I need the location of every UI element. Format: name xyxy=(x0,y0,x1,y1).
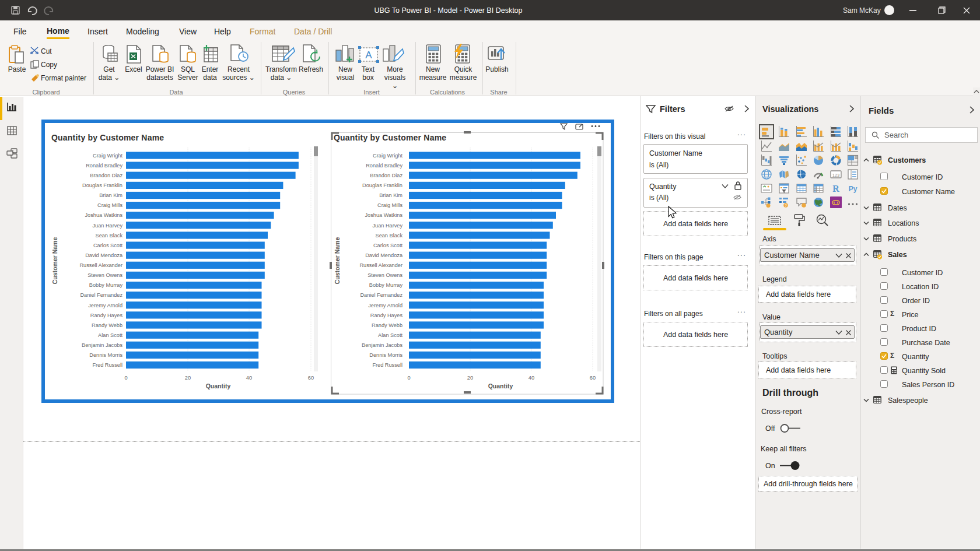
svg-text:David Mendoza: David Mendoza xyxy=(85,252,123,258)
svg-text:Steven Owens: Steven Owens xyxy=(88,272,123,278)
svg-text:Daniel Fernandez: Daniel Fernandez xyxy=(80,292,123,298)
svg-text:Bobby Murray: Bobby Murray xyxy=(369,282,403,288)
svg-text:Fred Russell: Fred Russell xyxy=(92,362,123,368)
svg-text:Craig Mills: Craig Mills xyxy=(377,202,402,208)
svg-text:Sean Black: Sean Black xyxy=(376,233,403,238)
svg-text:Brandon Diaz: Brandon Diaz xyxy=(370,173,402,178)
svg-text:Customer Name: Customer Name xyxy=(334,237,341,285)
svg-text:Customer Name: Customer Name xyxy=(51,237,58,285)
svg-text:60: 60 xyxy=(308,375,314,381)
svg-text:Benjamin Jacobs: Benjamin Jacobs xyxy=(82,342,123,348)
svg-text:60: 60 xyxy=(590,375,596,381)
svg-text:Benjamin Jacobs: Benjamin Jacobs xyxy=(362,342,402,348)
svg-text:Brian Kim: Brian Kim xyxy=(99,192,123,198)
svg-text:Douglas Franklin: Douglas Franklin xyxy=(362,183,402,188)
svg-text:Bobby Murray: Bobby Murray xyxy=(89,282,123,288)
svg-text:Dennis Morris: Dennis Morris xyxy=(89,352,123,358)
svg-text:R: R xyxy=(832,184,839,194)
svg-text:40: 40 xyxy=(246,375,252,381)
svg-text:Juan Harvey: Juan Harvey xyxy=(92,223,123,229)
svg-text:Randy Webb: Randy Webb xyxy=(372,322,402,328)
svg-text:Alan Scott: Alan Scott xyxy=(98,332,123,338)
svg-text:0: 0 xyxy=(124,375,127,381)
svg-text:Joshua Watkins: Joshua Watkins xyxy=(365,212,402,218)
svg-text:20: 20 xyxy=(467,375,473,381)
svg-text:Randy Webb: Randy Webb xyxy=(92,322,123,328)
svg-text:Sean Black: Sean Black xyxy=(96,233,123,238)
svg-text:Craig Mills: Craig Mills xyxy=(97,202,123,208)
svg-text:Craig Wright: Craig Wright xyxy=(93,153,123,159)
svg-text:0: 0 xyxy=(407,375,410,381)
svg-text:Brian Kim: Brian Kim xyxy=(379,192,402,198)
svg-text:40: 40 xyxy=(528,375,534,381)
svg-text:Joshua Watkins: Joshua Watkins xyxy=(85,212,123,218)
svg-text:Ronald Bradley: Ronald Bradley xyxy=(86,163,123,169)
svg-text:Quantity: Quantity xyxy=(488,382,513,389)
svg-text:Jeremy Arnold: Jeremy Arnold xyxy=(88,303,123,308)
svg-text:Craig Wright: Craig Wright xyxy=(373,153,402,159)
svg-text:David Mendoza: David Mendoza xyxy=(365,252,403,258)
svg-text:Russell Alexander: Russell Alexander xyxy=(359,262,402,268)
svg-text:Alan Scott: Alan Scott xyxy=(378,332,402,338)
svg-text:Randy Hayes: Randy Hayes xyxy=(370,313,403,318)
svg-text:Carlos Scott: Carlos Scott xyxy=(93,243,123,248)
svg-text:Brandon Diaz: Brandon Diaz xyxy=(90,173,123,178)
svg-text:Ronald Bradley: Ronald Bradley xyxy=(366,163,402,169)
svg-text:Carlos Scott: Carlos Scott xyxy=(373,243,402,248)
svg-text:?: ? xyxy=(785,203,787,208)
svg-text:Py: Py xyxy=(849,185,858,193)
svg-text:Steven Owens: Steven Owens xyxy=(368,272,402,278)
svg-text:Juan Harvey: Juan Harvey xyxy=(372,223,402,229)
svg-text:Fred Russell: Fred Russell xyxy=(372,362,402,368)
svg-text:Jeremy Arnold: Jeremy Arnold xyxy=(368,303,402,308)
svg-text:Quantity: Quantity xyxy=(206,382,231,389)
svg-text:123: 123 xyxy=(832,173,840,178)
svg-text:Randy Hayes: Randy Hayes xyxy=(90,313,123,318)
svg-text:Daniel Fernandez: Daniel Fernandez xyxy=(360,292,402,298)
svg-text:Russell Alexander: Russell Alexander xyxy=(79,262,123,268)
svg-text:Dennis Morris: Dennis Morris xyxy=(369,352,402,358)
svg-text:Quantity by Customer Name: Quantity by Customer Name xyxy=(51,133,164,142)
svg-text:Douglas Franklin: Douglas Franklin xyxy=(82,183,123,188)
svg-text:20: 20 xyxy=(185,375,191,381)
svg-text:Quantity by Customer Name: Quantity by Customer Name xyxy=(334,133,446,142)
